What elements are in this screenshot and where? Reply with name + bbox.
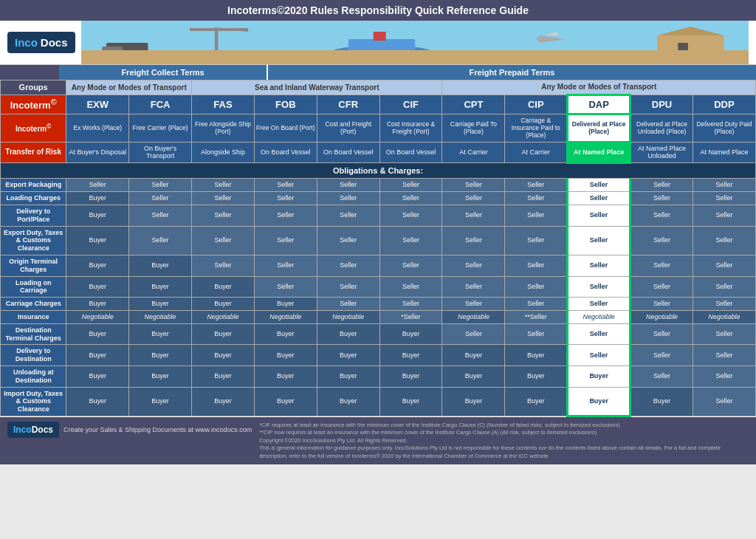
- logo-blue: Inco: [15, 36, 38, 49]
- obligation-row: Delivery to Port/PlaceBuyerSellerSellerS…: [1, 205, 756, 227]
- table-cell: Seller: [630, 323, 693, 345]
- table-cell: Seller: [505, 205, 568, 227]
- table-cell: Buyer: [192, 366, 255, 388]
- code-dpu: DPU: [630, 95, 693, 114]
- obligations-body: Export PackagingSellerSellerSellerSeller…: [1, 179, 756, 416]
- table-cell: Buyer: [66, 366, 129, 388]
- table-cell: Buyer: [66, 276, 129, 298]
- table-cell: Seller: [693, 323, 755, 345]
- table-cell: Buyer: [129, 345, 192, 366]
- table-cell: Seller: [630, 345, 693, 366]
- table-cell: Seller: [379, 255, 442, 277]
- obligation-row: Unloading at DestinationBuyerBuyerBuyerB…: [1, 366, 756, 388]
- risk-cfr: On Board Vessel: [317, 142, 379, 163]
- any-mode-right-header: Any Mode or Modes of Transport: [442, 80, 756, 95]
- table-cell: Buyer: [129, 255, 192, 277]
- table-cell: Seller: [505, 255, 568, 277]
- transport-mode-row: Groups Any Mode or Modes of Transport Se…: [1, 80, 756, 95]
- table-cell: Seller: [379, 192, 442, 205]
- table-cell: Seller: [568, 345, 630, 366]
- table-cell: Seller: [317, 276, 379, 298]
- table-cell: Buyer: [505, 387, 568, 416]
- table-cell: Seller: [317, 192, 379, 205]
- table-cell: Negotiable: [630, 311, 693, 324]
- risk-exw: At Buyer's Disposal: [66, 142, 129, 163]
- table-cell: Seller: [379, 179, 442, 192]
- svg-rect-14: [678, 43, 688, 54]
- table-cell: Seller: [630, 366, 693, 388]
- table-cell: Buyer: [66, 323, 129, 345]
- table-cell: Buyer: [317, 387, 379, 416]
- code-exw: EXW: [66, 95, 129, 114]
- table-cell: Seller: [568, 226, 630, 255]
- table-cell: Seller: [693, 255, 755, 277]
- table-cell: Seller: [129, 226, 192, 255]
- table-cell: Seller: [630, 298, 693, 311]
- obligation-row: Loading ChargesBuyerSellerSellerSellerSe…: [1, 192, 756, 205]
- banner-svg: [81, 21, 749, 65]
- desc-ddp: Delivered Duty Paid (Place): [693, 114, 755, 143]
- table-cell: Seller: [254, 255, 317, 277]
- table-cell: Buyer: [66, 387, 129, 416]
- logo-white: Docs: [41, 36, 68, 49]
- code-fca: FCA: [129, 95, 192, 114]
- table-cell: Seller: [192, 255, 255, 277]
- table-cell: Seller: [693, 276, 755, 298]
- table-cell: Negotiable: [568, 311, 630, 324]
- table-cell: Buyer: [317, 345, 379, 366]
- logo-banner: IncoDocs: [0, 21, 756, 65]
- footer-logo-area: IncoDocs Create your Sales & Shipping Do…: [7, 422, 252, 438]
- desc-row: Incoterm© Ex Works (Place) Free Carrier …: [1, 114, 756, 143]
- table-cell: Negotiable: [192, 311, 255, 324]
- table-cell: Buyer: [379, 387, 442, 416]
- table-cell: Buyer: [192, 345, 255, 366]
- table-cell: Seller: [630, 255, 693, 277]
- table-cell: Seller: [693, 298, 755, 311]
- table-cell: Buyer: [192, 276, 255, 298]
- obligation-row: Export Duty, Taxes & Customs ClearanceBu…: [1, 226, 756, 255]
- table-cell: Negotiable: [254, 311, 317, 324]
- table-cell: Seller: [693, 192, 755, 205]
- footer-logo: IncoDocs: [7, 422, 59, 438]
- table-cell: Seller: [254, 226, 317, 255]
- table-cell: Seller: [505, 298, 568, 311]
- table-cell: **Seller: [505, 311, 568, 324]
- code-row: Incoterm© EXW FCA FAS FOB CFR CIF CPT CI…: [1, 95, 756, 114]
- row-label: Unloading at Destination: [1, 366, 66, 388]
- table-cell: Buyer: [442, 387, 505, 416]
- svg-rect-6: [214, 28, 218, 54]
- table-cell: Negotiable: [442, 311, 505, 324]
- row-label: Loading Charges: [1, 192, 66, 205]
- table-cell: Buyer: [630, 387, 693, 416]
- incoterm-brand: Incoterm©: [1, 95, 66, 114]
- desc-cip: Carriage & Insurance Paid to (Place): [505, 114, 568, 143]
- table-cell: Seller: [442, 205, 505, 227]
- table-cell: Buyer: [66, 345, 129, 366]
- table-cell: Seller: [630, 226, 693, 255]
- row-label: Insurance: [1, 311, 66, 324]
- table-cell: Buyer: [254, 298, 317, 311]
- table-cell: Seller: [630, 276, 693, 298]
- table-cell: Seller: [442, 179, 505, 192]
- footer-tagline: Create your Sales & Shipping Documents a…: [63, 426, 252, 433]
- table-cell: Seller: [317, 179, 379, 192]
- row-label: Carriage Charges: [1, 298, 66, 311]
- risk-cif: On Board Vessel: [379, 142, 442, 163]
- obligation-row: InsuranceNegotiableNegotiableNegotiableN…: [1, 311, 756, 324]
- table-cell: Seller: [630, 192, 693, 205]
- table-cell: Seller: [630, 179, 693, 192]
- table-cell: Seller: [129, 205, 192, 227]
- row-label: Loading on Carriage: [1, 276, 66, 298]
- obligation-row: Delivery to DestinationBuyerBuyerBuyerBu…: [1, 345, 756, 366]
- table-cell: Buyer: [254, 345, 317, 366]
- row-label: Delivery to Port/Place: [1, 205, 66, 227]
- obligations-header: Obligations & Charges:: [1, 163, 756, 179]
- code-cif: CIF: [379, 95, 442, 114]
- table-cell: Seller: [568, 298, 630, 311]
- table-cell: Seller: [568, 205, 630, 227]
- table-cell: Seller: [693, 226, 755, 255]
- risk-cpt: At Carrier: [442, 142, 505, 163]
- table-cell: Seller: [317, 298, 379, 311]
- row-label: Delivery to Destination: [1, 345, 66, 366]
- sea-inland-header: Sea and Inland Waterway Transport: [192, 80, 442, 95]
